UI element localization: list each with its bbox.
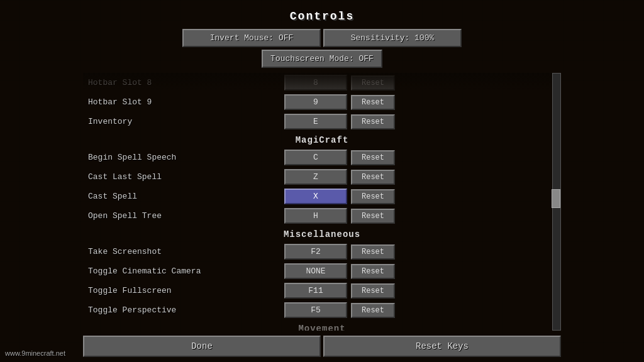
list-item: Cast Spell X Reset	[83, 187, 561, 206]
section-header-miscellaneous: Miscellaneous	[83, 226, 561, 242]
keybind-label: Hotbar Slot 8	[83, 78, 284, 87]
bottom-bar: Done Reset Keys	[83, 331, 561, 362]
invert-mouse-button[interactable]: Invert Mouse: OFF	[182, 29, 321, 47]
list-item: Begin Spell Speech C Reset	[83, 148, 561, 167]
touchscreen-button[interactable]: Touchscreen Mode: OFF	[262, 50, 382, 68]
section-header-magicraft: MagiCraft	[83, 131, 561, 148]
page-title: Controls	[290, 10, 354, 23]
keybind-label: Cast Spell	[83, 192, 284, 201]
done-button[interactable]: Done	[83, 336, 321, 357]
keybind-key[interactable]: NONE	[284, 263, 347, 279]
section-header-movement: Movement	[83, 320, 561, 331]
reset-button[interactable]: Reset	[351, 264, 395, 279]
list-item: Hotbar Slot 9 9 Reset	[83, 92, 561, 112]
keybind-label: Toggle Perspective	[83, 305, 284, 315]
list-item: Open Spell Tree H Reset	[83, 206, 561, 226]
keybind-label: Open Spell Tree	[83, 211, 284, 221]
keybind-key[interactable]: F5	[284, 302, 347, 318]
keybind-key[interactable]: 8	[284, 75, 347, 90]
keybind-key[interactable]: F11	[284, 283, 347, 299]
keybind-label: Cast Last Spell	[83, 172, 284, 182]
keybinds-scroll-area: Hotbar Slot 8 8 Reset Hotbar Slot 9 9 Re…	[83, 73, 561, 331]
keybinds-list: Hotbar Slot 8 8 Reset Hotbar Slot 9 9 Re…	[83, 73, 561, 331]
reset-button[interactable]: Reset	[351, 170, 395, 185]
list-item: Toggle Perspective F5 Reset	[83, 300, 561, 320]
keybind-label: Toggle Fullscreen	[83, 286, 284, 295]
reset-button[interactable]: Reset	[351, 283, 395, 299]
list-item: Toggle Cinematic Camera NONE Reset	[83, 261, 561, 281]
keybind-label: Inventory	[83, 117, 284, 126]
keybind-key-highlighted[interactable]: X	[284, 189, 347, 204]
keybind-key[interactable]: C	[284, 150, 347, 165]
top-controls: Invert Mouse: OFF Sensitivity: 100%	[182, 29, 462, 47]
list-item: Toggle Fullscreen F11 Reset	[83, 281, 561, 300]
keybind-label: Toggle Cinematic Camera	[83, 266, 284, 276]
keybind-key[interactable]: F2	[284, 244, 347, 260]
reset-button[interactable]: Reset	[351, 244, 395, 260]
sensitivity-button[interactable]: Sensitivity: 100%	[323, 29, 462, 47]
reset-button[interactable]: Reset	[351, 75, 395, 90]
reset-button[interactable]: Reset	[351, 189, 395, 204]
keybind-key[interactable]: 9	[284, 94, 347, 110]
list-item: Inventory E Reset	[83, 112, 561, 131]
reset-button[interactable]: Reset	[351, 95, 395, 110]
watermark: www.9minecraft.net	[5, 349, 65, 357]
reset-button[interactable]: Reset	[351, 114, 395, 129]
keybind-key[interactable]: E	[284, 114, 347, 129]
keybind-label: Take Screenshot	[83, 247, 284, 256]
list-item: Cast Last Spell Z Reset	[83, 167, 561, 187]
scrollbar-track[interactable]	[552, 73, 561, 331]
list-item: Take Screenshot F2 Reset	[83, 242, 561, 261]
keybind-key[interactable]: H	[284, 208, 347, 224]
keybind-label: Hotbar Slot 9	[83, 97, 284, 107]
list-item: Hotbar Slot 8 8 Reset	[83, 73, 561, 92]
reset-button[interactable]: Reset	[351, 303, 395, 318]
reset-button[interactable]: Reset	[351, 150, 395, 165]
keybind-label: Begin Spell Speech	[83, 153, 284, 162]
reset-button[interactable]: Reset	[351, 209, 395, 224]
reset-keys-button[interactable]: Reset Keys	[323, 336, 561, 357]
scrollbar-thumb[interactable]	[552, 189, 560, 208]
keybind-key[interactable]: Z	[284, 169, 347, 185]
